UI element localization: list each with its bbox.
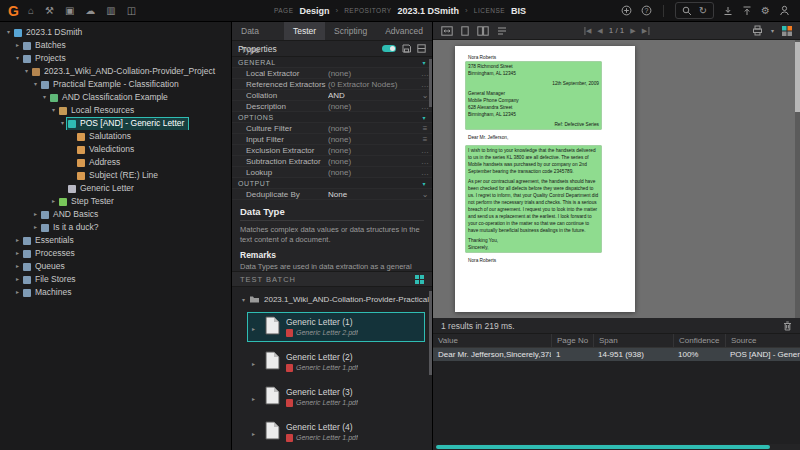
collapse-arrow-icon[interactable]: ▾: [422, 180, 426, 187]
property-row-subtraction-extractor[interactable]: Subtraction Extractor(none)…: [232, 156, 432, 167]
ellipsis-button[interactable]: …: [418, 146, 432, 155]
tree-item-projects[interactable]: ▾Projects: [0, 52, 231, 65]
tree-item-step-tester[interactable]: ▸Step Tester: [0, 195, 231, 208]
last-page-icon[interactable]: ▶: [642, 27, 649, 35]
batch-options-icon[interactable]: [415, 275, 424, 284]
stats-icon[interactable]: ▥: [106, 5, 115, 16]
batch-document-2[interactable]: ▸ Generic Letter (2) Generic Letter 1.pd…: [248, 348, 424, 376]
section-output[interactable]: OUTPUT▾: [232, 178, 432, 189]
tree-item-and-classification-example[interactable]: ▾AND Classification Example: [0, 91, 231, 104]
expand-arrow-icon[interactable]: ▸: [31, 208, 40, 221]
tree-item-processes[interactable]: ▸Processes: [0, 247, 231, 260]
tree-item-is-it-a-duck[interactable]: ▸Is it a duck?: [0, 221, 231, 234]
print-dropdown-arrow-icon[interactable]: ▾: [771, 27, 774, 34]
tree-item-pos-and-generic-letter[interactable]: ▾POS [AND] - Generic Letter: [0, 117, 231, 130]
collapse-arrow-icon[interactable]: ▾: [422, 114, 426, 121]
save-icon[interactable]: [402, 44, 411, 53]
tree-item-address[interactable]: Address: [0, 156, 231, 169]
home-icon[interactable]: ⌂: [28, 5, 34, 16]
tree-item-practical-example[interactable]: ▾Practical Example - Classification: [0, 78, 231, 91]
column-header-source[interactable]: Source: [725, 334, 800, 347]
batch-folder[interactable]: ▾ 2023.1_Wiki_AND-Collation-Provider-Pra…: [232, 292, 432, 306]
advanced-toggle[interactable]: [382, 45, 396, 52]
batch-document-4[interactable]: ▸ Generic Letter (4) Generic Letter 1.pd…: [248, 418, 424, 446]
collapse-arrow-icon[interactable]: ▾: [422, 59, 426, 66]
results-horizontal-scrollbar[interactable]: [433, 444, 800, 450]
dropdown-arrow-icon[interactable]: ⌄: [418, 190, 432, 199]
add-circle-icon[interactable]: [621, 5, 632, 16]
settings-gear-icon[interactable]: ⚙: [761, 5, 770, 16]
property-row-description[interactable]: Description(none)…: [232, 101, 432, 112]
search-icon[interactable]: [682, 6, 692, 16]
expand-arrow-icon[interactable]: ▾: [242, 296, 245, 303]
expand-arrow-icon[interactable]: ▸: [252, 360, 259, 367]
facing-pages-icon[interactable]: [477, 26, 489, 36]
document-page[interactable]: Nora Roberts 378 Richmond Street Birming…: [455, 46, 635, 312]
document-canvas[interactable]: Nora Roberts 378 Richmond Street Birming…: [433, 40, 800, 318]
results-table-row-selected[interactable]: Dear Mr. Jefferson,Sincerely,378 Richmon…: [433, 348, 800, 361]
batches-icon[interactable]: ▣: [65, 5, 74, 16]
next-page-icon[interactable]: ▶: [630, 27, 635, 35]
expand-arrow-icon[interactable]: ▸: [13, 247, 22, 260]
ellipsis-button[interactable]: …: [418, 168, 432, 177]
ellipsis-button[interactable]: …: [418, 157, 432, 166]
column-header-value[interactable]: Value: [433, 334, 551, 347]
column-header-page-no[interactable]: Page No: [551, 334, 593, 347]
menu-button[interactable]: ≡: [418, 124, 432, 133]
expand-arrow-icon[interactable]: ▾: [58, 117, 67, 130]
tab-scripting[interactable]: Scripting: [325, 22, 376, 40]
tree-item-file-stores[interactable]: ▸File Stores: [0, 273, 231, 286]
tree-item-salutations[interactable]: Salutations: [0, 130, 231, 143]
tab-advanced[interactable]: Advanced: [376, 22, 432, 40]
property-row-exclusion-extractor[interactable]: Exclusion Extractor(none)…: [232, 145, 432, 156]
tree-item-valedictions[interactable]: Valedictions: [0, 143, 231, 156]
tab-tester[interactable]: Tester: [284, 22, 325, 40]
refresh-icon[interactable]: ↻: [699, 5, 707, 16]
license-value[interactable]: BIS: [511, 6, 526, 16]
expand-arrow-icon[interactable]: ▾: [13, 52, 22, 65]
tree-item-local-resources[interactable]: ▾Local Resources: [0, 104, 231, 117]
tree-item-machines[interactable]: ▸Machines: [0, 286, 231, 299]
view-layout-icon[interactable]: [782, 26, 792, 36]
tree-item-queues[interactable]: ▸Queues: [0, 260, 231, 273]
previous-page-icon[interactable]: ◀: [597, 27, 602, 35]
tree-item-generic-letter[interactable]: Generic Letter: [0, 182, 231, 195]
expand-arrow-icon[interactable]: ▸: [13, 273, 22, 286]
first-page-icon[interactable]: ◀: [584, 27, 591, 35]
tools-icon[interactable]: ⚒: [45, 5, 54, 16]
page-value[interactable]: Design: [299, 6, 329, 16]
expand-arrow-icon[interactable]: ▾: [22, 65, 31, 78]
extraction-highlight-header[interactable]: 378 Richmond Street Birmingham, AL 12345…: [466, 62, 601, 129]
user-account-icon[interactable]: [779, 5, 790, 16]
single-page-icon[interactable]: [461, 26, 469, 36]
tree-item-wiki-project[interactable]: ▾2023.1_Wiki_AND-Collation-Provider_Proj…: [0, 65, 231, 78]
expand-arrow-icon[interactable]: ▾: [49, 104, 58, 117]
property-row-lookup[interactable]: Lookup(none)…: [232, 167, 432, 178]
cloud-icon[interactable]: ☁: [85, 5, 95, 16]
reports-icon[interactable]: ◫: [127, 5, 136, 16]
text-view-icon[interactable]: [497, 26, 507, 36]
tree-item-essentials[interactable]: ▸Essentials: [0, 234, 231, 247]
property-row-deduplicate-by[interactable]: Deduplicate ByNone⌄: [232, 189, 432, 200]
expand-arrow-icon[interactable]: ▸: [252, 430, 259, 437]
property-row-local-extractor[interactable]: Local Extractor(none)…: [232, 68, 432, 79]
expand-arrow-icon[interactable]: ▸: [49, 195, 58, 208]
tab-data-type[interactable]: Data Type: [232, 22, 284, 40]
expand-arrow-icon[interactable]: ▸: [13, 260, 22, 273]
column-header-confidence[interactable]: Confidence: [673, 334, 725, 347]
expand-all-icon[interactable]: [417, 44, 426, 53]
print-icon[interactable]: [752, 25, 763, 36]
expand-arrow-icon[interactable]: ▸: [13, 234, 22, 247]
fit-width-icon[interactable]: [441, 26, 453, 36]
section-general[interactable]: GENERAL▾: [232, 57, 432, 68]
expand-arrow-icon[interactable]: ▸: [252, 395, 259, 402]
menu-button[interactable]: ≡: [418, 135, 432, 144]
repository-value[interactable]: 2023.1 DSmith: [398, 6, 460, 16]
property-row-input-filter[interactable]: Input Filter(none)≡: [232, 134, 432, 145]
batch-document-1[interactable]: ▸ Generic Letter (1) Generic Letter 2.pd…: [248, 313, 424, 341]
property-row-collation[interactable]: CollationAND⌄: [232, 90, 432, 101]
expand-arrow-icon[interactable]: ▸: [31, 221, 40, 234]
expand-arrow-icon[interactable]: ▾: [4, 26, 13, 39]
tree-item-batches[interactable]: ▸Batches: [0, 39, 231, 52]
section-options[interactable]: OPTIONS▾: [232, 112, 432, 123]
